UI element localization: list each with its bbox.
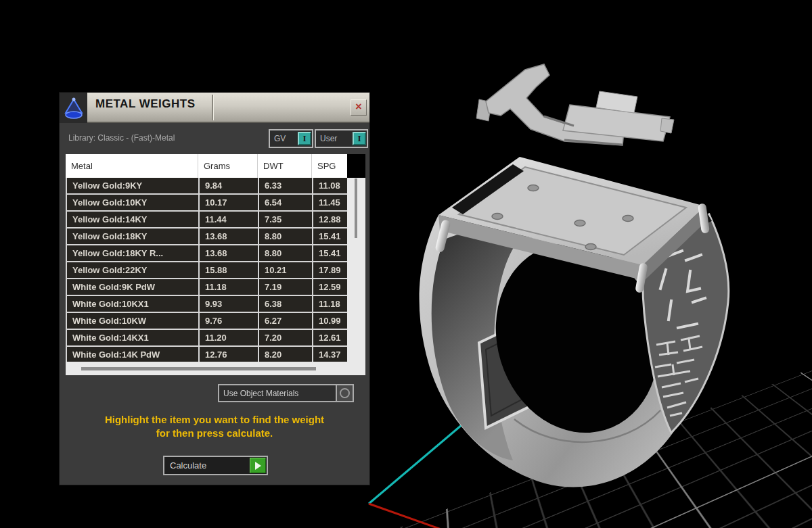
table-cell: Yellow Gold:18KY R... [67,245,200,261]
user-toggle-indicator[interactable]: I [353,132,366,145]
dialog-title: METAL WEIGHTS [95,97,196,111]
dropdown-toggle[interactable] [336,385,353,401]
vertical-scrollbar-thumb[interactable] [355,178,357,238]
table-row[interactable]: White Gold:9K PdW11.187.1912.59 [67,279,347,296]
table-cell: 15.41 [313,245,347,261]
table-cell: 11.20 [200,330,259,345]
table-cell: 8.80 [259,229,313,244]
table-row[interactable]: Yellow Gold:18KY R...13.688.8015.41 [67,245,347,262]
table-cell: Yellow Gold:18KY [67,229,200,244]
table-cell: 12.76 [200,347,259,362]
metal-table-body: Yellow Gold:9KY9.846.3311.08Yellow Gold:… [66,178,347,364]
gv-toggle-indicator[interactable]: I [298,132,311,145]
table-cell: 10.17 [200,195,259,210]
close-button[interactable]: × [351,99,367,116]
table-cell: 11.18 [313,296,347,312]
table-cell: 7.35 [259,212,313,227]
library-label: Library: Classic - (Fast)-Metal [68,133,175,143]
ring-model[interactable] [399,37,812,528]
materials-dropdown-value: Use Object Materials [219,389,336,398]
table-row[interactable]: White Gold:10KW9.766.2710.99 [67,313,347,330]
circle-icon [340,388,350,398]
table-cell: Yellow Gold:22KY [67,262,200,278]
table-row[interactable]: Yellow Gold:14KY11.447.3512.88 [67,212,347,229]
table-cell: 7.20 [259,330,313,345]
instruction-text: Highlight the item you want to find the … [60,413,369,440]
table-cell: White Gold:9K PdW [67,279,200,295]
gv-label: GV [270,134,298,143]
metal-weights-dialog: METAL WEIGHTS × Library: Classic - (Fast… [60,93,369,485]
table-cell: 6.33 [259,178,313,193]
materials-dropdown[interactable]: Use Object Materials [218,384,354,402]
table-cell: 8.20 [259,347,313,362]
table-cell: 12.61 [313,330,347,345]
table-cell: 13.68 [200,245,259,261]
calculate-label: Calculate [164,460,249,471]
user-label: User [316,134,353,143]
table-cell: 13.68 [200,229,259,244]
instruction-line1: Highlight the item you want to find the … [60,413,369,427]
titlebar-divider [212,95,213,120]
table-cell: 14.37 [313,347,347,362]
table-cell: 6.27 [259,313,313,329]
column-header-spg[interactable]: SPG [312,154,347,178]
table-cell: 12.59 [313,279,347,295]
go-arrow-icon [250,458,266,473]
table-row[interactable]: Yellow Gold:22KY15.8810.2117.89 [67,262,347,279]
table-cell: 9.84 [200,178,259,193]
user-toggle-button[interactable]: User I [315,129,368,148]
table-corner [347,154,365,178]
table-row[interactable]: Yellow Gold:10KY10.176.5411.45 [67,195,347,212]
table-cell: 10.99 [313,313,347,329]
scale-icon [60,93,87,123]
table-cell: 6.38 [259,296,313,312]
table-cell: White Gold:10KX1 [67,296,200,312]
column-header-dwt[interactable]: DWT [258,154,312,178]
table-cell: 11.44 [200,212,259,227]
table-cell: 9.76 [200,313,259,329]
calculate-button[interactable]: Calculate [163,456,268,475]
table-cell: 9.93 [200,296,259,312]
column-header-grams[interactable]: Grams [198,154,258,178]
table-cell: Yellow Gold:9KY [67,178,200,193]
table-header: Metal Grams DWT SPG [66,154,347,178]
table-cell: 12.88 [313,212,347,227]
vertical-scrollbar[interactable] [347,178,365,362]
column-header-metal[interactable]: Metal [66,154,198,178]
table-row[interactable]: Yellow Gold:18KY13.688.8015.41 [67,229,347,245]
table-cell: 6.54 [259,195,313,210]
table-cell: 8.80 [259,245,313,261]
table-cell: 11.45 [313,195,347,210]
table-cell: Yellow Gold:10KY [67,195,200,210]
instruction-line2: for then press calculate. [60,427,369,440]
floating-part[interactable] [476,64,674,145]
table-cell: Yellow Gold:14KY [67,212,200,227]
horizontal-scrollbar[interactable] [66,362,365,375]
dialog-titlebar[interactable]: METAL WEIGHTS × [60,93,369,123]
table-cell: 11.18 [200,279,259,295]
table-row[interactable]: White Gold:10KX19.936.3811.18 [67,296,347,313]
table-cell: White Gold:10KW [67,313,200,329]
table-cell: White Gold:14KX1 [67,330,200,345]
table-cell: 15.88 [200,262,259,278]
table-cell: 10.21 [259,262,313,278]
gv-toggle-button[interactable]: GV I [269,129,313,148]
table-cell: 17.89 [313,262,347,278]
table-row[interactable]: White Gold:14KX111.207.2012.61 [67,330,347,347]
horizontal-scrollbar-thumb[interactable] [81,367,316,370]
table-row[interactable]: Yellow Gold:9KY9.846.3311.08 [67,178,347,195]
metal-weights-table: Metal Grams DWT SPG Yellow Gold:9KY9.846… [66,154,365,375]
table-cell: 7.19 [259,279,313,295]
table-cell: White Gold:14K PdW [67,347,200,362]
table-cell: 15.41 [313,229,347,244]
table-cell: 11.08 [313,178,347,193]
